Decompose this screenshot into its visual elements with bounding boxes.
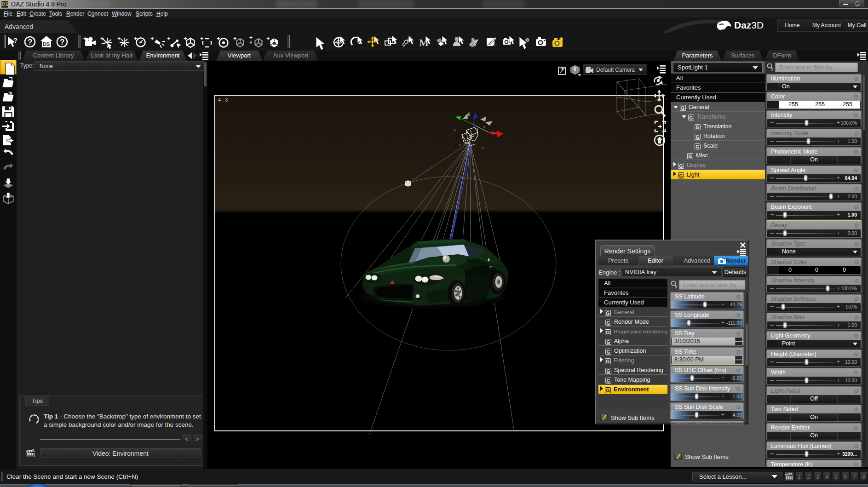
svg-text:+: +	[200, 35, 204, 42]
svg-text:y: y	[454, 128, 456, 132]
svg-text:+: +	[150, 35, 154, 42]
svg-text:x: x	[483, 125, 485, 128]
svg-text:?: ?	[60, 38, 64, 46]
svg-text:+: +	[100, 35, 104, 42]
svg-text:+: +	[266, 35, 270, 42]
svg-text:z: z	[482, 146, 484, 149]
svg-text:x: x	[459, 143, 461, 146]
svg-text:+: +	[167, 35, 171, 42]
svg-text:+: +	[117, 35, 121, 42]
svg-text:?: ?	[13, 36, 17, 44]
svg-text:DS: DS	[43, 41, 50, 47]
svg-text:+: +	[249, 39, 253, 46]
svg-text:?: ?	[28, 38, 32, 46]
svg-text:z: z	[457, 115, 459, 118]
